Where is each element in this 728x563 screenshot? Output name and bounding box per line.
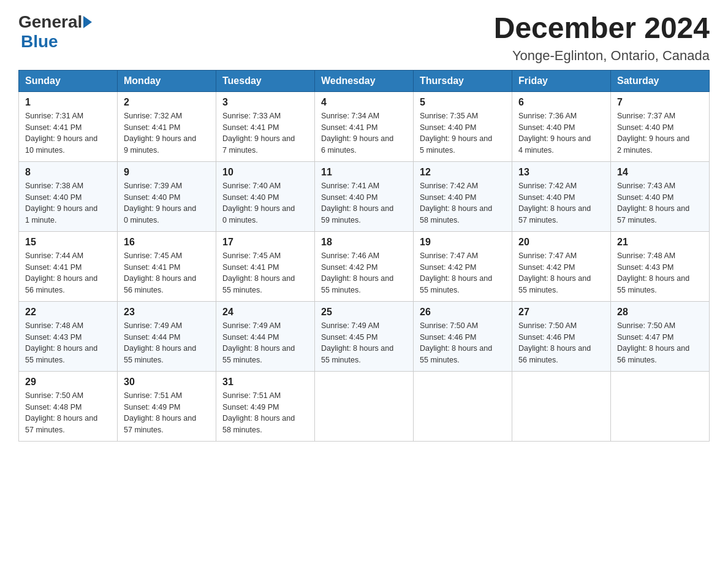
day-number: 17	[222, 237, 308, 248]
table-row: 8 Sunrise: 7:38 AM Sunset: 4:40 PM Dayli…	[19, 161, 118, 231]
day-number: 28	[617, 307, 703, 318]
title-block: December 2024 Yonge-Eglinton, Ontario, C…	[494, 12, 710, 64]
day-info: Sunrise: 7:48 AM Sunset: 4:43 PM Dayligh…	[617, 250, 703, 296]
day-info: Sunrise: 7:42 AM Sunset: 4:40 PM Dayligh…	[518, 180, 604, 226]
table-row: 24 Sunrise: 7:49 AM Sunset: 4:44 PM Dayl…	[216, 301, 315, 371]
page-header: General Blue December 2024 Yonge-Eglinto…	[18, 12, 710, 64]
table-row: 26 Sunrise: 7:50 AM Sunset: 4:46 PM Dayl…	[414, 301, 512, 371]
col-sunday: Sunday	[19, 70, 118, 91]
day-info: Sunrise: 7:49 AM Sunset: 4:44 PM Dayligh…	[222, 320, 308, 366]
table-row	[512, 371, 611, 441]
day-number: 13	[518, 167, 604, 178]
day-info: Sunrise: 7:45 AM Sunset: 4:41 PM Dayligh…	[124, 250, 210, 296]
table-row: 13 Sunrise: 7:42 AM Sunset: 4:40 PM Dayl…	[512, 161, 611, 231]
day-number: 8	[25, 167, 111, 178]
table-row: 20 Sunrise: 7:47 AM Sunset: 4:42 PM Dayl…	[512, 231, 611, 301]
day-info: Sunrise: 7:34 AM Sunset: 4:41 PM Dayligh…	[321, 110, 407, 156]
day-number: 14	[617, 167, 703, 178]
day-info: Sunrise: 7:48 AM Sunset: 4:43 PM Dayligh…	[25, 320, 111, 366]
day-info: Sunrise: 7:46 AM Sunset: 4:42 PM Dayligh…	[321, 250, 407, 296]
day-info: Sunrise: 7:33 AM Sunset: 4:41 PM Dayligh…	[222, 110, 308, 156]
day-info: Sunrise: 7:35 AM Sunset: 4:40 PM Dayligh…	[420, 110, 506, 156]
day-info: Sunrise: 7:32 AM Sunset: 4:41 PM Dayligh…	[124, 110, 210, 156]
day-info: Sunrise: 7:50 AM Sunset: 4:47 PM Dayligh…	[617, 320, 703, 366]
calendar-week-row: 29 Sunrise: 7:50 AM Sunset: 4:48 PM Dayl…	[19, 371, 710, 441]
day-number: 31	[222, 377, 308, 388]
day-number: 19	[420, 237, 506, 248]
table-row: 30 Sunrise: 7:51 AM Sunset: 4:49 PM Dayl…	[118, 371, 216, 441]
day-number: 20	[518, 237, 604, 248]
calendar-week-row: 1 Sunrise: 7:31 AM Sunset: 4:41 PM Dayli…	[19, 91, 710, 161]
table-row: 27 Sunrise: 7:50 AM Sunset: 4:46 PM Dayl…	[512, 301, 611, 371]
table-row: 3 Sunrise: 7:33 AM Sunset: 4:41 PM Dayli…	[216, 91, 315, 161]
day-number: 6	[518, 97, 604, 108]
table-row: 17 Sunrise: 7:45 AM Sunset: 4:41 PM Dayl…	[216, 231, 315, 301]
day-number: 7	[617, 97, 703, 108]
day-number: 30	[124, 377, 210, 388]
col-thursday: Thursday	[414, 70, 512, 91]
logo-blue-text: Blue	[21, 32, 58, 51]
day-info: Sunrise: 7:49 AM Sunset: 4:44 PM Dayligh…	[124, 320, 210, 366]
table-row: 25 Sunrise: 7:49 AM Sunset: 4:45 PM Dayl…	[315, 301, 414, 371]
day-number: 21	[617, 237, 703, 248]
day-info: Sunrise: 7:47 AM Sunset: 4:42 PM Dayligh…	[420, 250, 506, 296]
table-row	[315, 371, 414, 441]
day-number: 11	[321, 167, 407, 178]
day-number: 4	[321, 97, 407, 108]
day-info: Sunrise: 7:40 AM Sunset: 4:40 PM Dayligh…	[222, 180, 308, 226]
table-row: 21 Sunrise: 7:48 AM Sunset: 4:43 PM Dayl…	[611, 231, 710, 301]
table-row: 22 Sunrise: 7:48 AM Sunset: 4:43 PM Dayl…	[19, 301, 118, 371]
day-info: Sunrise: 7:37 AM Sunset: 4:40 PM Dayligh…	[617, 110, 703, 156]
day-info: Sunrise: 7:38 AM Sunset: 4:40 PM Dayligh…	[25, 180, 111, 226]
col-wednesday: Wednesday	[315, 70, 414, 91]
col-monday: Monday	[118, 70, 216, 91]
table-row: 16 Sunrise: 7:45 AM Sunset: 4:41 PM Dayl…	[118, 231, 216, 301]
day-number: 26	[420, 307, 506, 318]
day-number: 22	[25, 307, 111, 318]
table-row: 29 Sunrise: 7:50 AM Sunset: 4:48 PM Dayl…	[19, 371, 118, 441]
day-number: 10	[222, 167, 308, 178]
col-friday: Friday	[512, 70, 611, 91]
day-info: Sunrise: 7:50 AM Sunset: 4:48 PM Dayligh…	[25, 390, 111, 436]
calendar-table: Sunday Monday Tuesday Wednesday Thursday…	[18, 70, 710, 442]
location-title: Yonge-Eglinton, Ontario, Canada	[494, 48, 710, 64]
day-number: 3	[222, 97, 308, 108]
day-info: Sunrise: 7:51 AM Sunset: 4:49 PM Dayligh…	[222, 390, 308, 436]
table-row: 31 Sunrise: 7:51 AM Sunset: 4:49 PM Dayl…	[216, 371, 315, 441]
day-info: Sunrise: 7:41 AM Sunset: 4:40 PM Dayligh…	[321, 180, 407, 226]
table-row: 12 Sunrise: 7:42 AM Sunset: 4:40 PM Dayl…	[414, 161, 512, 231]
col-saturday: Saturday	[611, 70, 710, 91]
table-row	[414, 371, 512, 441]
day-number: 16	[124, 237, 210, 248]
calendar-header-row: Sunday Monday Tuesday Wednesday Thursday…	[19, 70, 710, 91]
day-number: 25	[321, 307, 407, 318]
table-row: 7 Sunrise: 7:37 AM Sunset: 4:40 PM Dayli…	[611, 91, 710, 161]
day-number: 15	[25, 237, 111, 248]
day-info: Sunrise: 7:49 AM Sunset: 4:45 PM Dayligh…	[321, 320, 407, 366]
day-info: Sunrise: 7:39 AM Sunset: 4:40 PM Dayligh…	[124, 180, 210, 226]
day-info: Sunrise: 7:47 AM Sunset: 4:42 PM Dayligh…	[518, 250, 604, 296]
table-row: 15 Sunrise: 7:44 AM Sunset: 4:41 PM Dayl…	[19, 231, 118, 301]
day-number: 23	[124, 307, 210, 318]
day-info: Sunrise: 7:50 AM Sunset: 4:46 PM Dayligh…	[420, 320, 506, 366]
month-title: December 2024	[494, 12, 710, 45]
table-row: 1 Sunrise: 7:31 AM Sunset: 4:41 PM Dayli…	[19, 91, 118, 161]
table-row: 9 Sunrise: 7:39 AM Sunset: 4:40 PM Dayli…	[118, 161, 216, 231]
calendar-week-row: 15 Sunrise: 7:44 AM Sunset: 4:41 PM Dayl…	[19, 231, 710, 301]
day-number: 27	[518, 307, 604, 318]
table-row: 4 Sunrise: 7:34 AM Sunset: 4:41 PM Dayli…	[315, 91, 414, 161]
table-row: 2 Sunrise: 7:32 AM Sunset: 4:41 PM Dayli…	[118, 91, 216, 161]
day-number: 2	[124, 97, 210, 108]
day-info: Sunrise: 7:42 AM Sunset: 4:40 PM Dayligh…	[420, 180, 506, 226]
table-row: 19 Sunrise: 7:47 AM Sunset: 4:42 PM Dayl…	[414, 231, 512, 301]
table-row: 14 Sunrise: 7:43 AM Sunset: 4:40 PM Dayl…	[611, 161, 710, 231]
day-number: 24	[222, 307, 308, 318]
day-number: 29	[25, 377, 111, 388]
day-number: 9	[124, 167, 210, 178]
logo-general-text: General	[18, 12, 82, 32]
day-number: 18	[321, 237, 407, 248]
table-row: 11 Sunrise: 7:41 AM Sunset: 4:40 PM Dayl…	[315, 161, 414, 231]
day-info: Sunrise: 7:31 AM Sunset: 4:41 PM Dayligh…	[25, 110, 111, 156]
day-number: 12	[420, 167, 506, 178]
col-tuesday: Tuesday	[216, 70, 315, 91]
